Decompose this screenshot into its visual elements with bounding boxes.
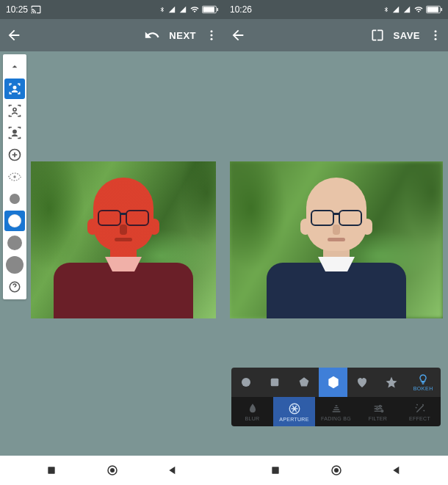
help-icon[interactable] (4, 277, 25, 297)
svg-point-5 (211, 38, 213, 40)
save-button[interactable]: SAVE (394, 30, 420, 41)
svg-rect-15 (427, 7, 438, 12)
svg-point-17 (435, 30, 437, 32)
bokeh-label: BOKEH (413, 386, 433, 391)
svg-point-7 (13, 130, 16, 133)
svg-rect-2 (217, 8, 218, 11)
more-vert-icon (429, 27, 442, 43)
svg-rect-26 (272, 467, 279, 473)
brush-xl-icon[interactable] (4, 255, 25, 275)
person-remove-icon[interactable] (4, 123, 25, 143)
svg-point-9 (13, 175, 15, 178)
svg-point-23 (379, 405, 381, 407)
brush-medium-icon[interactable] (4, 211, 25, 231)
svg-point-6 (13, 108, 16, 111)
effect-mode[interactable]: EFFECT (399, 397, 441, 426)
signal-icon-2 (178, 6, 187, 13)
svg-point-19 (435, 38, 437, 40)
add-circle-icon[interactable] (4, 145, 25, 165)
status-bar: 10:26 (224, 0, 448, 19)
chevron-up-icon[interactable] (4, 56, 25, 77)
svg-point-28 (334, 468, 339, 473)
undo-button[interactable] (144, 27, 160, 43)
square-shape[interactable] (261, 368, 290, 397)
brush-small-icon[interactable] (4, 189, 25, 209)
bluetooth-icon (383, 5, 389, 14)
compare-icon (370, 28, 385, 43)
svg-point-13 (110, 468, 115, 473)
status-time: 10:25 (6, 4, 28, 15)
star-shape[interactable] (377, 368, 406, 397)
shape-row: BOKEH (231, 368, 441, 397)
nav-home-button[interactable] (328, 462, 345, 479)
canvas-area[interactable]: BOKEH BLUR APERTURE FADING BG (224, 51, 448, 456)
photo-preview[interactable] (31, 161, 216, 318)
mode-label: FADING BG (321, 416, 351, 421)
nav-back-button[interactable] (164, 462, 181, 479)
nav-home-button[interactable] (104, 462, 121, 479)
battery-icon (426, 5, 442, 14)
circle-shape[interactable] (231, 368, 261, 397)
nav-recents-button[interactable] (267, 462, 284, 479)
more-button[interactable] (429, 27, 442, 43)
photo-subject (57, 172, 189, 318)
signal-icon (391, 6, 400, 13)
bulb-icon (417, 373, 429, 385)
bluetooth-icon (159, 5, 165, 14)
brush-large-icon[interactable] (4, 233, 25, 253)
arrow-back-icon (6, 27, 22, 43)
more-vert-icon (205, 27, 218, 43)
heart-shape[interactable] (347, 368, 377, 397)
app-bar: SAVE (224, 19, 448, 51)
app-bar: NEXT (0, 19, 224, 51)
canvas-area[interactable] (0, 51, 224, 456)
wifi-icon (413, 5, 424, 14)
signal-icon (167, 6, 176, 13)
eye-icon[interactable] (4, 167, 25, 187)
android-nav-bar (224, 456, 448, 485)
svg-rect-16 (441, 8, 442, 11)
aperture-mode[interactable]: APERTURE (273, 397, 315, 426)
person-add-icon[interactable] (4, 101, 25, 121)
cast-icon (31, 4, 41, 15)
status-bar: 10:25 (0, 0, 224, 19)
battery-icon (202, 5, 218, 14)
status-time: 10:26 (230, 4, 252, 15)
more-button[interactable] (205, 27, 218, 43)
mode-row: BLUR APERTURE FADING BG FILTER EFFECT (231, 397, 441, 426)
svg-point-4 (211, 34, 213, 37)
hexagon-shape[interactable] (319, 368, 348, 397)
left-toolbar (3, 54, 26, 299)
blur-mode[interactable]: BLUR (231, 397, 273, 426)
photo-subject (270, 172, 402, 318)
bokeh-button[interactable]: BOKEH (405, 368, 441, 397)
nav-back-button[interactable] (388, 462, 405, 479)
next-button[interactable]: NEXT (169, 30, 196, 41)
mode-label: BLUR (245, 416, 260, 421)
svg-point-18 (435, 34, 437, 37)
back-button[interactable] (6, 27, 22, 43)
compare-button[interactable] (370, 28, 385, 43)
svg-point-24 (376, 407, 378, 409)
portrait-detect-icon[interactable] (4, 79, 25, 99)
pentagon-shape[interactable] (289, 368, 319, 397)
sliders-icon (372, 403, 384, 415)
filter-mode[interactable]: FILTER (357, 397, 399, 426)
android-nav-bar (0, 456, 224, 485)
nav-recents-button[interactable] (43, 462, 60, 479)
bottom-toolbars: BOKEH BLUR APERTURE FADING BG (224, 368, 448, 426)
undo-icon (144, 27, 160, 43)
fading-icon (330, 403, 342, 415)
mode-label: EFFECT (409, 416, 430, 421)
wifi-icon (189, 5, 200, 14)
wand-icon (414, 403, 426, 415)
signal-icon-2 (402, 6, 411, 13)
drop-icon (247, 403, 259, 415)
back-button[interactable] (230, 27, 246, 43)
mode-label: APERTURE (279, 417, 308, 422)
fading-bg-mode[interactable]: FADING BG (315, 397, 357, 426)
aperture-icon (288, 402, 301, 415)
svg-rect-1 (203, 7, 214, 12)
svg-point-20 (242, 378, 250, 387)
photo-preview[interactable] (230, 161, 443, 318)
